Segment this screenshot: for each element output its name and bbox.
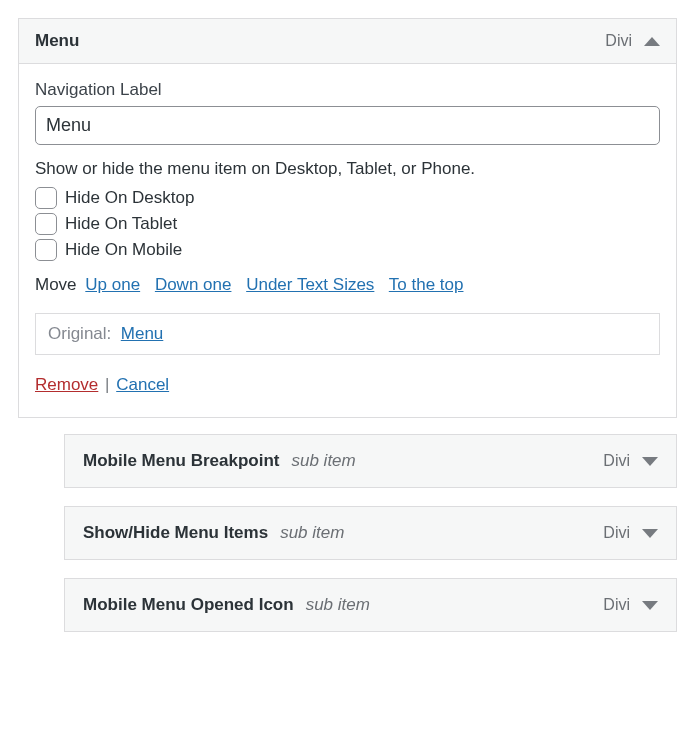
action-separator: | (105, 375, 109, 394)
sub-item-header[interactable]: Mobile Menu Breakpoint sub item Divi (65, 435, 676, 487)
menu-item-title: Menu (35, 31, 79, 51)
hide-desktop-checkbox[interactable] (35, 187, 57, 209)
sub-item-badge: sub item (280, 523, 344, 543)
sub-item-title: Mobile Menu Opened Icon (83, 595, 294, 615)
remove-link[interactable]: Remove (35, 375, 98, 394)
actions-row: Remove | Cancel (35, 375, 660, 395)
original-label: Original: (48, 324, 111, 343)
sub-item-title: Mobile Menu Breakpoint (83, 451, 279, 471)
hide-mobile-row[interactable]: Hide On Mobile (35, 239, 660, 261)
hide-tablet-label: Hide On Tablet (65, 214, 177, 234)
hide-desktop-label: Hide On Desktop (65, 188, 194, 208)
hide-mobile-label: Hide On Mobile (65, 240, 182, 260)
sub-item-type-label: Divi (603, 524, 630, 542)
hide-tablet-row[interactable]: Hide On Tablet (35, 213, 660, 235)
sub-item-badge: sub item (291, 451, 355, 471)
sub-item-showhide: Show/Hide Menu Items sub item Divi (64, 506, 677, 560)
move-up-one-link[interactable]: Up one (85, 275, 140, 294)
menu-item-expanded: Menu Divi Navigation Label Show or hide … (18, 18, 677, 418)
sub-item-header[interactable]: Mobile Menu Opened Icon sub item Divi (65, 579, 676, 631)
original-link[interactable]: Menu (121, 324, 164, 343)
sub-items-container: Mobile Menu Breakpoint sub item Divi Sho… (64, 434, 677, 632)
move-label: Move (35, 275, 77, 294)
sub-item-badge: sub item (306, 595, 370, 615)
hide-tablet-checkbox[interactable] (35, 213, 57, 235)
menu-item-body: Navigation Label Show or hide the menu i… (19, 64, 676, 417)
sub-item-type-label: Divi (603, 596, 630, 614)
sub-item-type-label: Divi (603, 452, 630, 470)
expand-arrow-icon[interactable] (642, 457, 658, 466)
cancel-link[interactable]: Cancel (116, 375, 169, 394)
nav-label-caption: Navigation Label (35, 80, 660, 100)
hide-desktop-row[interactable]: Hide On Desktop (35, 187, 660, 209)
menu-item-type-label: Divi (605, 32, 632, 50)
nav-label-input[interactable] (35, 106, 660, 145)
sub-item-title-wrap: Mobile Menu Opened Icon sub item (83, 595, 603, 615)
nav-label-field: Navigation Label (35, 80, 660, 145)
move-row: Move Up one Down one Under Text Sizes To… (35, 275, 660, 295)
expand-arrow-icon[interactable] (642, 529, 658, 538)
move-to-top-link[interactable]: To the top (389, 275, 464, 294)
original-box: Original: Menu (35, 313, 660, 355)
move-down-one-link[interactable]: Down one (155, 275, 232, 294)
sub-item-breakpoint: Mobile Menu Breakpoint sub item Divi (64, 434, 677, 488)
menu-item-header[interactable]: Menu Divi (19, 19, 676, 64)
move-under-link[interactable]: Under Text Sizes (246, 275, 374, 294)
sub-item-title-wrap: Show/Hide Menu Items sub item (83, 523, 603, 543)
sub-item-header[interactable]: Show/Hide Menu Items sub item Divi (65, 507, 676, 559)
sub-item-opened-icon: Mobile Menu Opened Icon sub item Divi (64, 578, 677, 632)
sub-item-title-wrap: Mobile Menu Breakpoint sub item (83, 451, 603, 471)
collapse-arrow-icon[interactable] (644, 37, 660, 46)
sub-item-title: Show/Hide Menu Items (83, 523, 268, 543)
hide-mobile-checkbox[interactable] (35, 239, 57, 261)
visibility-description: Show or hide the menu item on Desktop, T… (35, 159, 660, 179)
expand-arrow-icon[interactable] (642, 601, 658, 610)
